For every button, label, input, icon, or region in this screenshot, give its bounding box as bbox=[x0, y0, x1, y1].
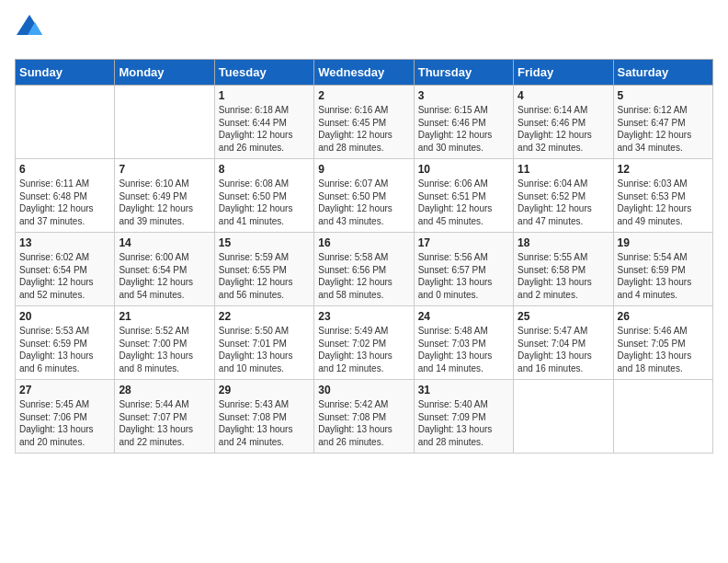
day-info: Sunrise: 5:48 AM Sunset: 7:03 PM Dayligh… bbox=[418, 325, 509, 374]
day-info: Sunrise: 6:04 AM Sunset: 6:52 PM Dayligh… bbox=[518, 178, 609, 227]
day-number: 27 bbox=[19, 384, 110, 396]
day-cell: 7Sunrise: 6:10 AM Sunset: 6:49 PM Daylig… bbox=[115, 159, 214, 233]
logo-icon bbox=[17, 15, 42, 35]
day-info: Sunrise: 6:08 AM Sunset: 6:50 PM Dayligh… bbox=[219, 178, 310, 227]
day-cell: 22Sunrise: 5:50 AM Sunset: 7:01 PM Dayli… bbox=[214, 306, 313, 380]
day-info: Sunrise: 5:52 AM Sunset: 7:00 PM Dayligh… bbox=[119, 325, 210, 374]
day-number: 26 bbox=[618, 310, 709, 323]
day-cell: 15Sunrise: 5:59 AM Sunset: 6:55 PM Dayli… bbox=[214, 233, 313, 306]
day-info: Sunrise: 6:12 AM Sunset: 6:47 PM Dayligh… bbox=[618, 104, 709, 154]
day-cell: 19Sunrise: 5:54 AM Sunset: 6:59 PM Dayli… bbox=[613, 233, 712, 306]
day-cell: 5Sunrise: 6:12 AM Sunset: 6:47 PM Daylig… bbox=[613, 86, 712, 159]
day-cell: 3Sunrise: 6:15 AM Sunset: 6:46 PM Daylig… bbox=[414, 86, 513, 159]
day-cell: 16Sunrise: 5:58 AM Sunset: 6:56 PM Dayli… bbox=[314, 233, 414, 306]
day-cell: 11Sunrise: 6:04 AM Sunset: 6:52 PM Dayli… bbox=[514, 159, 613, 233]
day-number: 22 bbox=[219, 310, 310, 323]
day-info: Sunrise: 5:53 AM Sunset: 6:59 PM Dayligh… bbox=[19, 325, 110, 374]
day-info: Sunrise: 6:06 AM Sunset: 6:51 PM Dayligh… bbox=[418, 178, 509, 227]
day-cell: 9Sunrise: 6:07 AM Sunset: 6:50 PM Daylig… bbox=[314, 159, 414, 233]
day-number: 30 bbox=[318, 384, 409, 396]
day-cell: 18Sunrise: 5:55 AM Sunset: 6:58 PM Dayli… bbox=[514, 233, 613, 306]
week-row-3: 13Sunrise: 6:02 AM Sunset: 6:54 PM Dayli… bbox=[16, 233, 713, 306]
day-info: Sunrise: 6:15 AM Sunset: 6:46 PM Dayligh… bbox=[418, 104, 509, 154]
day-info: Sunrise: 6:14 AM Sunset: 6:46 PM Dayligh… bbox=[518, 104, 609, 154]
day-number: 16 bbox=[318, 236, 409, 249]
header-cell-monday: Monday bbox=[115, 60, 214, 86]
day-cell: 29Sunrise: 5:43 AM Sunset: 7:08 PM Dayli… bbox=[214, 380, 313, 454]
day-cell: 30Sunrise: 5:42 AM Sunset: 7:08 PM Dayli… bbox=[314, 380, 414, 454]
day-cell: 2Sunrise: 6:16 AM Sunset: 6:45 PM Daylig… bbox=[314, 86, 414, 159]
day-number: 17 bbox=[418, 236, 509, 249]
day-number: 2 bbox=[318, 89, 409, 102]
day-number: 25 bbox=[518, 310, 609, 323]
week-row-5: 27Sunrise: 5:45 AM Sunset: 7:06 PM Dayli… bbox=[16, 380, 713, 454]
header-cell-sunday: Sunday bbox=[16, 60, 115, 86]
day-number: 19 bbox=[618, 236, 709, 249]
day-cell bbox=[115, 86, 214, 159]
day-number: 13 bbox=[19, 236, 110, 249]
day-cell: 20Sunrise: 5:53 AM Sunset: 6:59 PM Dayli… bbox=[16, 306, 115, 380]
day-info: Sunrise: 5:50 AM Sunset: 7:01 PM Dayligh… bbox=[219, 325, 310, 374]
day-number: 7 bbox=[119, 163, 210, 176]
day-info: Sunrise: 5:55 AM Sunset: 6:58 PM Dayligh… bbox=[518, 251, 609, 301]
day-number: 1 bbox=[219, 89, 310, 102]
day-number: 23 bbox=[318, 310, 409, 323]
day-cell: 6Sunrise: 6:11 AM Sunset: 6:48 PM Daylig… bbox=[16, 159, 115, 233]
day-cell: 8Sunrise: 6:08 AM Sunset: 6:50 PM Daylig… bbox=[214, 159, 313, 233]
week-row-1: 1Sunrise: 6:18 AM Sunset: 6:44 PM Daylig… bbox=[16, 86, 713, 159]
day-info: Sunrise: 5:58 AM Sunset: 6:56 PM Dayligh… bbox=[318, 251, 409, 301]
header-cell-wednesday: Wednesday bbox=[314, 60, 414, 86]
day-number: 10 bbox=[418, 163, 509, 176]
day-cell: 17Sunrise: 5:56 AM Sunset: 6:57 PM Dayli… bbox=[414, 233, 513, 306]
week-row-4: 20Sunrise: 5:53 AM Sunset: 6:59 PM Dayli… bbox=[16, 306, 713, 380]
day-cell bbox=[613, 380, 712, 454]
day-number: 31 bbox=[418, 384, 509, 396]
day-number: 11 bbox=[518, 163, 609, 176]
day-info: Sunrise: 6:00 AM Sunset: 6:54 PM Dayligh… bbox=[119, 251, 210, 301]
header-cell-friday: Friday bbox=[514, 60, 613, 86]
day-info: Sunrise: 5:40 AM Sunset: 7:09 PM Dayligh… bbox=[418, 398, 509, 448]
day-number: 8 bbox=[219, 163, 310, 176]
day-info: Sunrise: 5:42 AM Sunset: 7:08 PM Dayligh… bbox=[318, 398, 409, 448]
header-cell-thursday: Thursday bbox=[414, 60, 513, 86]
header bbox=[15, 15, 713, 52]
day-number: 28 bbox=[119, 384, 210, 396]
day-number: 18 bbox=[518, 236, 609, 249]
day-cell: 10Sunrise: 6:06 AM Sunset: 6:51 PM Dayli… bbox=[414, 159, 513, 233]
day-info: Sunrise: 5:49 AM Sunset: 7:02 PM Dayligh… bbox=[318, 325, 409, 374]
day-info: Sunrise: 5:56 AM Sunset: 6:57 PM Dayligh… bbox=[418, 251, 509, 301]
day-cell: 1Sunrise: 6:18 AM Sunset: 6:44 PM Daylig… bbox=[214, 86, 313, 159]
day-info: Sunrise: 6:18 AM Sunset: 6:44 PM Dayligh… bbox=[219, 104, 310, 154]
day-number: 14 bbox=[119, 236, 210, 249]
day-cell bbox=[16, 86, 115, 159]
day-cell: 27Sunrise: 5:45 AM Sunset: 7:06 PM Dayli… bbox=[16, 380, 115, 454]
day-cell: 24Sunrise: 5:48 AM Sunset: 7:03 PM Dayli… bbox=[414, 306, 513, 380]
day-number: 12 bbox=[618, 163, 709, 176]
day-cell: 21Sunrise: 5:52 AM Sunset: 7:00 PM Dayli… bbox=[115, 306, 214, 380]
day-info: Sunrise: 6:02 AM Sunset: 6:54 PM Dayligh… bbox=[19, 251, 110, 301]
day-number: 4 bbox=[518, 89, 609, 102]
day-number: 20 bbox=[19, 310, 110, 323]
day-cell: 13Sunrise: 6:02 AM Sunset: 6:54 PM Dayli… bbox=[16, 233, 115, 306]
day-info: Sunrise: 5:44 AM Sunset: 7:07 PM Dayligh… bbox=[119, 398, 210, 448]
day-cell bbox=[514, 380, 613, 454]
day-number: 3 bbox=[418, 89, 509, 102]
day-cell: 14Sunrise: 6:00 AM Sunset: 6:54 PM Dayli… bbox=[115, 233, 214, 306]
day-number: 24 bbox=[418, 310, 509, 323]
day-cell: 28Sunrise: 5:44 AM Sunset: 7:07 PM Dayli… bbox=[115, 380, 214, 454]
day-info: Sunrise: 5:43 AM Sunset: 7:08 PM Dayligh… bbox=[219, 398, 310, 448]
day-cell: 31Sunrise: 5:40 AM Sunset: 7:09 PM Dayli… bbox=[414, 380, 513, 454]
day-cell: 25Sunrise: 5:47 AM Sunset: 7:04 PM Dayli… bbox=[514, 306, 613, 380]
header-cell-saturday: Saturday bbox=[613, 60, 712, 86]
day-info: Sunrise: 5:45 AM Sunset: 7:06 PM Dayligh… bbox=[19, 398, 110, 448]
day-info: Sunrise: 6:11 AM Sunset: 6:48 PM Dayligh… bbox=[19, 178, 110, 227]
day-info: Sunrise: 6:10 AM Sunset: 6:49 PM Dayligh… bbox=[119, 178, 210, 227]
day-info: Sunrise: 6:16 AM Sunset: 6:45 PM Dayligh… bbox=[318, 104, 409, 154]
day-info: Sunrise: 6:03 AM Sunset: 6:53 PM Dayligh… bbox=[618, 178, 709, 227]
calendar-table: SundayMondayTuesdayWednesdayThursdayFrid… bbox=[15, 59, 713, 454]
day-number: 9 bbox=[318, 163, 409, 176]
day-info: Sunrise: 5:46 AM Sunset: 7:05 PM Dayligh… bbox=[618, 325, 709, 374]
day-cell: 12Sunrise: 6:03 AM Sunset: 6:53 PM Dayli… bbox=[613, 159, 712, 233]
day-number: 5 bbox=[618, 89, 709, 102]
day-number: 21 bbox=[119, 310, 210, 323]
